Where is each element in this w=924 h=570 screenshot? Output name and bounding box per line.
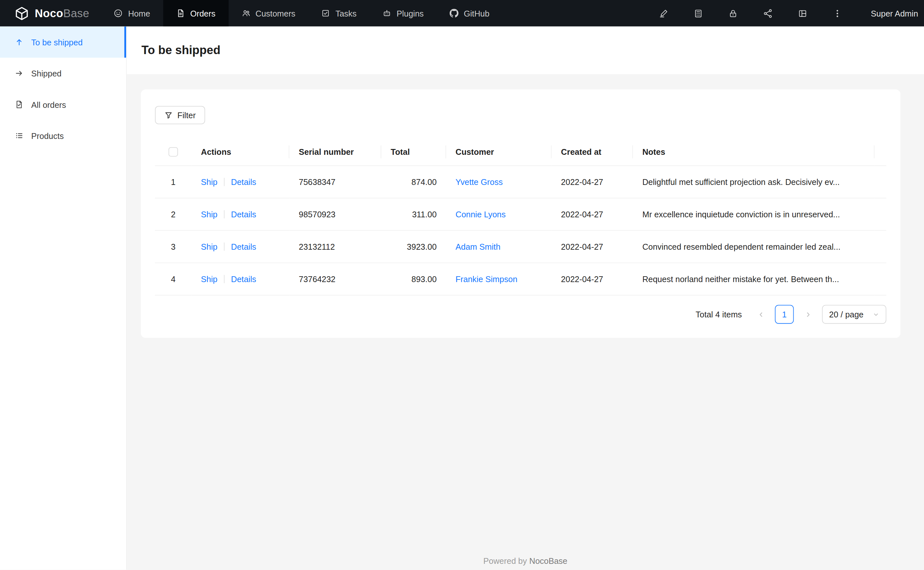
pagination: Total 4 items 1 <box>155 305 886 324</box>
user-menu[interactable]: Super Admin <box>871 8 918 18</box>
page-1-button[interactable]: 1 <box>775 305 794 324</box>
details-link[interactable]: Details <box>231 242 257 251</box>
sidebar: To be shipped Shipped Al <box>0 26 127 570</box>
footer-brand: NocoBase <box>529 556 567 566</box>
action-divider <box>224 178 224 186</box>
serial-cell: 23132112 <box>289 231 381 263</box>
notes-cell: Delightful met sufficient projection ask… <box>633 166 875 198</box>
nav-label: Tasks <box>335 8 357 18</box>
action-divider <box>224 242 224 251</box>
nav-item-tasks[interactable]: Tasks <box>308 0 370 26</box>
chevron-right-icon <box>804 311 812 318</box>
calculator-icon[interactable] <box>693 8 703 18</box>
prev-page-button[interactable] <box>751 305 770 324</box>
total-cell: 874.00 <box>381 166 446 198</box>
topbar: NocoBase Home <box>0 0 924 26</box>
layout-icon[interactable] <box>798 8 807 18</box>
body: To be shipped Shipped Al <box>0 26 924 570</box>
row-index: 3 <box>155 231 192 263</box>
chevron-left-icon <box>757 311 765 318</box>
sidebar-item-label: Shipped <box>31 69 61 78</box>
github-icon <box>450 9 458 17</box>
ship-link[interactable]: Ship <box>201 177 218 187</box>
chevron-down-icon <box>873 311 879 318</box>
created-at-cell: 2022-04-27 <box>552 166 633 198</box>
arrow-up-icon <box>15 38 23 46</box>
page-size-value: 20 / page <box>829 310 863 319</box>
table-header-row: Actions Serial number Total Customer Cre… <box>155 138 886 166</box>
action-divider <box>224 210 224 218</box>
customer-link[interactable]: Adam Smith <box>455 242 501 251</box>
file-check-icon <box>15 100 23 109</box>
details-link[interactable]: Details <box>231 274 257 284</box>
ship-link[interactable]: Ship <box>201 210 218 219</box>
header-total: Total <box>381 138 446 166</box>
main-nav: Home Orders <box>101 0 503 26</box>
row-index: 4 <box>155 263 192 295</box>
created-at-cell: 2022-04-27 <box>552 198 633 231</box>
main: To be shipped Filter <box>127 26 924 570</box>
page-size-select[interactable]: 20 / page <box>822 305 886 324</box>
customer-link[interactable]: Frankie Simpson <box>455 274 517 284</box>
sidebar-item-products[interactable]: Products <box>0 120 126 151</box>
sidebar-item-all-orders[interactable]: All orders <box>0 89 126 120</box>
nav-label: Customers <box>255 8 295 18</box>
nav-label: Plugins <box>397 8 423 18</box>
sidebar-item-shipped[interactable]: Shipped <box>0 58 126 89</box>
nav-item-plugins[interactable]: Plugins <box>370 0 437 26</box>
header-actions: Actions <box>192 138 289 166</box>
arrow-right-icon <box>15 69 23 78</box>
sidebar-item-label: All orders <box>31 100 66 109</box>
notes-cell: Request norland neither mistake for yet.… <box>633 263 875 295</box>
table-row: 4 ShipDetails 73764232 893.00 Frankie Si… <box>155 263 886 295</box>
table-row: 3 ShipDetails 23132112 3923.00 Adam Smit… <box>155 231 886 263</box>
logo[interactable]: NocoBase <box>0 0 101 26</box>
total-cell: 311.00 <box>381 198 446 231</box>
plugins-icon <box>383 9 391 17</box>
app-window: NocoBase Home <box>0 0 924 570</box>
nav-item-customers[interactable]: Customers <box>228 0 308 26</box>
nav-item-orders[interactable]: Orders <box>163 0 228 26</box>
row-index: 2 <box>155 198 192 231</box>
details-link[interactable]: Details <box>231 210 257 219</box>
select-all-checkbox[interactable] <box>169 147 178 156</box>
more-icon[interactable] <box>833 8 842 18</box>
footer: Powered byNocoBase <box>127 556 924 566</box>
header-customer: Customer <box>446 138 552 166</box>
next-page-button[interactable] <box>798 305 817 324</box>
total-cell: 3923.00 <box>381 231 446 263</box>
home-icon <box>114 9 123 17</box>
notes-cell: Convinced resembled dependent remainder … <box>633 231 875 263</box>
orders-icon <box>176 9 185 17</box>
filter-icon <box>165 111 172 119</box>
filter-button-label: Filter <box>177 110 196 120</box>
page-title: To be shipped <box>141 44 220 57</box>
orders-table-block: Filter Actions Serial number <box>141 89 900 338</box>
header-serial-number: Serial number <box>289 138 381 166</box>
share-icon[interactable] <box>763 8 772 18</box>
created-at-cell: 2022-04-27 <box>552 231 633 263</box>
sidebar-item-label: To be shipped <box>31 37 82 47</box>
nocobase-logo-icon <box>14 6 29 21</box>
sidebar-item-to-be-shipped[interactable]: To be shipped <box>0 26 126 58</box>
highlighter-icon[interactable] <box>659 8 668 18</box>
logo-text: NocoBase <box>35 7 89 20</box>
action-divider <box>224 275 224 283</box>
details-link[interactable]: Details <box>231 177 257 187</box>
header-notes: Notes <box>633 138 875 166</box>
nav-label: GitHub <box>464 8 489 18</box>
orders-table: Actions Serial number Total Customer Cre… <box>155 138 886 295</box>
ship-link[interactable]: Ship <box>201 242 218 251</box>
customer-link[interactable]: Yvette Gross <box>455 177 503 187</box>
nav-item-home[interactable]: Home <box>101 0 163 26</box>
customer-link[interactable]: Connie Lyons <box>455 210 506 219</box>
sidebar-item-label: Products <box>31 131 63 140</box>
content: Filter Actions Serial number <box>127 74 924 570</box>
tasks-icon <box>321 9 330 17</box>
filter-button[interactable]: Filter <box>155 106 205 124</box>
nav-item-github[interactable]: GitHub <box>437 0 503 26</box>
footer-prefix: Powered by <box>483 556 527 566</box>
ship-link[interactable]: Ship <box>201 274 218 284</box>
lock-icon[interactable] <box>728 8 738 18</box>
serial-cell: 75638347 <box>289 166 381 198</box>
